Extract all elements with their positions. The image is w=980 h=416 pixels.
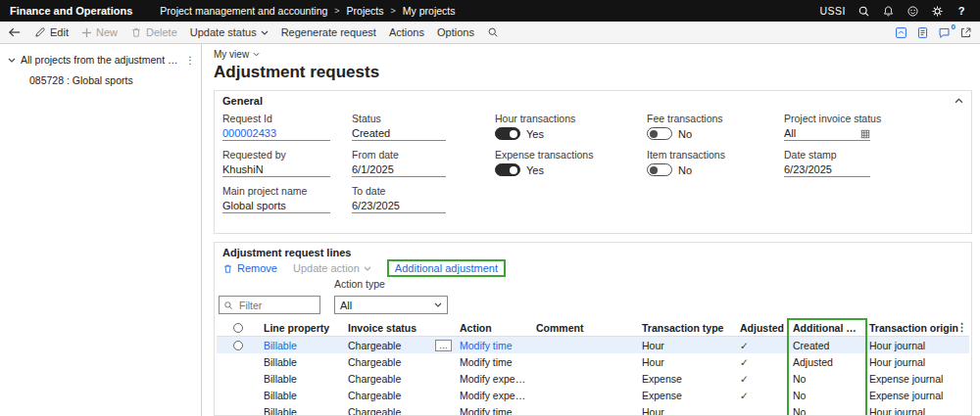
cell-line-property[interactable]: Billable: [260, 390, 344, 401]
cell-invoice-status[interactable]: Chargeable: [344, 373, 456, 385]
delete-button[interactable]: Delete: [130, 26, 177, 38]
lookup-ellipsis-button[interactable]: …: [435, 340, 452, 351]
table-row[interactable]: BillableChargeableModify expenseExpense✓…: [217, 370, 969, 387]
remove-button[interactable]: Remove: [222, 262, 277, 274]
table-row[interactable]: BillableChargeableModify expenseExpense✓…: [217, 387, 969, 403]
personalize-icon[interactable]: [895, 26, 907, 39]
cell-invoice-status[interactable]: Chargeable…: [344, 340, 456, 351]
grid-options-icon[interactable]: ⋮: [956, 321, 967, 334]
cell-adjusted[interactable]: ✓: [736, 390, 789, 401]
cell-transaction-origin[interactable]: Hour journal: [865, 356, 969, 368]
hour-transactions-toggle[interactable]: [495, 127, 520, 140]
cell-transaction-type[interactable]: Expense: [638, 373, 736, 385]
to-date-input[interactable]: 6/23/2025: [352, 200, 446, 213]
breadcrumb-module[interactable]: Project management and accounting: [160, 5, 327, 17]
cell-transaction-type[interactable]: Hour: [638, 406, 736, 416]
sidebar-item-project[interactable]: 085728 : Global sports: [0, 66, 201, 86]
edit-button[interactable]: Edit: [34, 26, 69, 38]
help-icon[interactable]: ?: [955, 4, 968, 18]
status-input[interactable]: Created: [352, 127, 446, 141]
cell-action[interactable]: Modify time: [456, 356, 532, 368]
from-date-input[interactable]: 6/1/2025: [352, 163, 446, 177]
back-button[interactable]: [8, 26, 22, 38]
fee-transactions-toggle[interactable]: [647, 127, 672, 140]
cell-additional-adjustment[interactable]: Adjusted: [789, 356, 865, 368]
cell-invoice-status[interactable]: Chargeable: [344, 406, 456, 416]
action-pane-search-icon[interactable]: [487, 26, 499, 38]
cell-transaction-type[interactable]: Hour: [638, 340, 736, 351]
breadcrumb-area[interactable]: Projects: [347, 5, 384, 17]
column-header-action[interactable]: Action: [456, 322, 532, 334]
cell-line-property[interactable]: Billable: [260, 340, 344, 351]
update-status-button[interactable]: Update status: [190, 26, 269, 38]
column-header-invoice-status[interactable]: Invoice status: [344, 322, 456, 334]
field-project-invoice-status: Project invoice status All: [784, 113, 963, 140]
cell-line-property[interactable]: Billable: [260, 373, 344, 385]
regenerate-request-button[interactable]: Regenerate request: [281, 26, 376, 38]
cell-line-property[interactable]: Billable: [260, 356, 344, 368]
cell-action[interactable]: Modify expense: [456, 373, 532, 385]
column-header-transaction-origin[interactable]: Transaction origin: [865, 322, 969, 334]
popout-icon[interactable]: [959, 26, 972, 39]
actions-menu-button[interactable]: Actions: [389, 26, 424, 38]
cell-invoice-status[interactable]: Chargeable: [344, 390, 456, 401]
search-icon[interactable]: [857, 4, 870, 18]
view-selector[interactable]: My view: [214, 49, 972, 60]
filter-box[interactable]: [219, 296, 320, 314]
column-header-adjusted[interactable]: Adjusted: [736, 322, 789, 334]
lookup-icon[interactable]: [860, 129, 870, 139]
table-row[interactable]: BillableChargeableModify timeHourNoHour …: [217, 403, 969, 416]
cell-transaction-origin[interactable]: Hour journal: [865, 340, 969, 351]
table-row[interactable]: BillableChargeableModify timeHour✓Adjust…: [217, 353, 969, 370]
column-header-additional-adjustment[interactable]: Additional adjustm...: [789, 322, 865, 334]
expense-transactions-toggle[interactable]: [495, 163, 520, 176]
options-menu-button[interactable]: Options: [437, 26, 474, 38]
item-transactions-toggle[interactable]: [647, 163, 672, 176]
cell-action[interactable]: Modify expense: [456, 390, 532, 401]
feedback-smiley-icon[interactable]: [906, 4, 919, 18]
cell-transaction-origin[interactable]: Hour journal: [865, 406, 969, 416]
settings-gear-icon[interactable]: [930, 4, 944, 18]
column-header-transaction-type[interactable]: Transaction type: [638, 322, 736, 334]
cell-transaction-type[interactable]: Hour: [638, 356, 736, 368]
update-action-button[interactable]: Update action: [293, 262, 371, 274]
cell-action[interactable]: Modify time: [456, 340, 532, 351]
table-row[interactable]: BillableChargeable…Modify timeHour✓Creat…: [217, 337, 969, 353]
cell-additional-adjustment[interactable]: Created: [789, 340, 865, 351]
sidebar-options-icon[interactable]: ⋮: [183, 54, 198, 66]
requested-by-input[interactable]: KhushiN: [222, 163, 330, 177]
chevron-down-icon: [8, 58, 16, 63]
sidebar-item-all-projects[interactable]: All projects from the adjustment re... ⋮: [0, 54, 201, 66]
cell-additional-adjustment[interactable]: No: [789, 373, 865, 385]
chat-icon[interactable]: 0: [938, 26, 951, 39]
cell-adjusted[interactable]: ✓: [736, 373, 789, 385]
row-radio[interactable]: [233, 341, 243, 350]
cell-adjusted[interactable]: ✓: [736, 356, 789, 368]
action-type-select[interactable]: All: [334, 296, 448, 314]
cell-additional-adjustment[interactable]: No: [789, 390, 865, 401]
main-project-name-input[interactable]: Global sports: [222, 200, 330, 213]
additional-adjustment-button[interactable]: Additional adjustment: [387, 259, 506, 277]
request-id-input[interactable]: 000002433: [222, 127, 330, 141]
breadcrumb-page[interactable]: My projects: [403, 5, 456, 17]
app-name[interactable]: Finance and Operations: [0, 5, 146, 17]
cell-adjusted[interactable]: ✓: [736, 340, 789, 351]
cell-action[interactable]: Modify time: [456, 406, 532, 416]
cell-additional-adjustment[interactable]: No: [789, 406, 865, 416]
cell-invoice-status[interactable]: Chargeable: [344, 356, 456, 368]
collapse-chevron-up-icon[interactable]: [955, 98, 963, 104]
row-select-cell[interactable]: [217, 341, 260, 350]
column-header-line-property[interactable]: Line property: [260, 322, 344, 334]
attachments-icon[interactable]: [916, 26, 929, 39]
filter-input[interactable]: [237, 299, 310, 312]
column-header-comment[interactable]: Comment: [532, 322, 638, 334]
select-all-radio[interactable]: [233, 323, 243, 333]
cell-transaction-origin[interactable]: Expense journal: [865, 390, 969, 401]
project-invoice-status-select[interactable]: All: [784, 127, 870, 141]
new-button[interactable]: New: [81, 26, 118, 38]
notifications-bell-icon[interactable]: [881, 4, 895, 18]
cell-transaction-origin[interactable]: Expense journal: [865, 373, 969, 385]
date-stamp-input[interactable]: 6/23/2025: [784, 163, 870, 177]
cell-line-property[interactable]: Billable: [260, 406, 344, 416]
cell-transaction-type[interactable]: Expense: [638, 390, 736, 401]
